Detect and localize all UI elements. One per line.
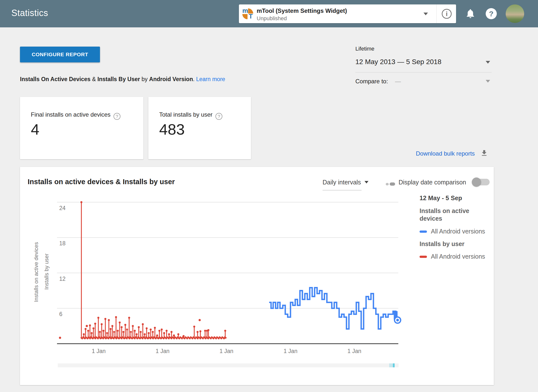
chevron-down-icon[interactable] xyxy=(486,80,490,83)
divider xyxy=(355,72,492,72)
stat-value: 4 xyxy=(31,121,39,138)
svg-text:24: 24 xyxy=(59,205,66,211)
desc-metric-1: Installs On Active Devices xyxy=(20,76,91,82)
help-icon[interactable]: ? xyxy=(215,113,222,120)
info-icon[interactable]: i xyxy=(442,9,452,19)
y-axis-label-active-devices: Installs on active devices xyxy=(33,242,39,302)
svg-text:1 Jan: 1 Jan xyxy=(347,348,361,354)
scrollbar-handle[interactable] xyxy=(393,363,395,367)
help-icon[interactable]: ? xyxy=(486,8,497,19)
compare-to-select[interactable]: Compare to: — xyxy=(355,78,492,87)
svg-text:6: 6 xyxy=(59,311,62,317)
date-range-value: 12 May 2013 — 5 Sep 2018 xyxy=(355,58,442,66)
app-selector[interactable]: mT mTool (System Settings Widget) Unpubl… xyxy=(239,4,456,23)
desc-dimension: Android Version xyxy=(149,76,193,82)
stat-card-final-installs: Final installs on active devices? 4 xyxy=(20,97,143,159)
compare-to-value: — xyxy=(395,78,401,85)
svg-text:1 Jan: 1 Jan xyxy=(92,348,106,354)
chart-panel: Installs on active devices & Installs by… xyxy=(20,167,494,385)
help-icon[interactable]: ? xyxy=(114,113,120,120)
stat-value: 483 xyxy=(159,121,185,138)
svg-text:1 Jan: 1 Jan xyxy=(284,348,297,354)
app-icon: mT xyxy=(242,8,253,19)
download-icon[interactable] xyxy=(480,149,488,158)
y-axis-label-installs-user: Installs by user xyxy=(43,253,50,290)
svg-text:1 Jan: 1 Jan xyxy=(219,348,233,354)
svg-text:18: 18 xyxy=(59,240,66,247)
svg-text:12: 12 xyxy=(59,276,66,282)
svg-text:1 Jan: 1 Jan xyxy=(156,348,170,354)
chevron-down-icon[interactable] xyxy=(486,61,490,64)
learn-more-link[interactable]: Learn more xyxy=(196,76,225,82)
scrollbar-selection[interactable] xyxy=(389,363,393,367)
desc-metric-2: Installs By User xyxy=(97,76,140,82)
configure-report-button[interactable]: CONFIGURE REPORT xyxy=(20,47,100,62)
avatar[interactable] xyxy=(506,4,524,23)
date-range-panel: Lifetime 12 May 2013 — 5 Sep 2018 Compar… xyxy=(355,46,492,87)
date-range-label: Lifetime xyxy=(355,46,492,52)
stat-card-total-installs: Total installs by user? 483 xyxy=(148,97,251,159)
app-status: Unpublished xyxy=(257,15,287,22)
divider xyxy=(436,4,437,23)
bell-icon[interactable] xyxy=(465,8,476,19)
download-bulk-reports-link[interactable]: Download bulk reports xyxy=(416,150,475,157)
stat-title: Total installs by user? xyxy=(159,111,222,120)
top-app-bar: Statistics mT mTool (System Settings Wid… xyxy=(0,0,538,27)
installs-chart: 61218241 Jan1 Jan1 Jan1 Jan1 Jan xyxy=(20,167,494,385)
chart-range-scrollbar[interactable] xyxy=(58,363,399,367)
report-description: Installs On Active Devices & Installs By… xyxy=(20,76,225,83)
app-name: mTool (System Settings Widget) xyxy=(257,7,347,14)
download-bulk-reports[interactable]: Download bulk reports xyxy=(416,149,488,158)
stat-title: Final installs on active devices? xyxy=(31,111,120,120)
page-title: Statistics xyxy=(11,8,48,18)
date-range-select[interactable]: 12 May 2013 — 5 Sep 2018 xyxy=(355,58,492,68)
chevron-down-icon[interactable] xyxy=(423,13,428,15)
compare-to-label: Compare to: xyxy=(355,78,388,85)
